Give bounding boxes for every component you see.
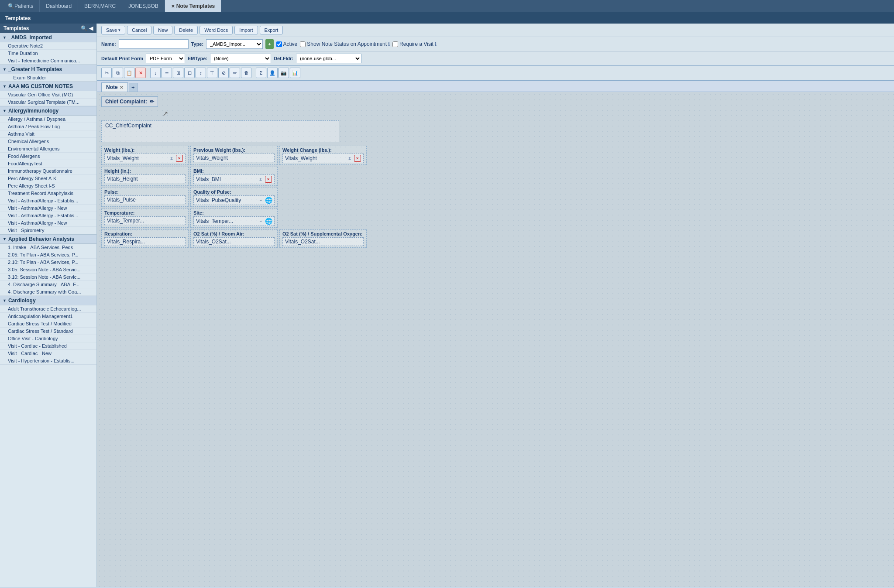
sidebar-item-office-visit-cardiology[interactable]: Office Visit - Cardiology (0, 335, 96, 342)
new-button[interactable]: New (153, 26, 172, 34)
sidebar-item-vascular-gen[interactable]: Vascular Gen Office Visit (MG) (0, 91, 96, 99)
note-editor[interactable]: Chief Complaint: ✏ ↗ CC_ChiefComplaint W… (97, 92, 676, 587)
sidebar-item-immunotherapy[interactable]: Immunotherapy Questionnaire (0, 168, 96, 175)
site-value[interactable]: Vitals_Temper... ··· 🌐 (193, 216, 275, 226)
o2-supplemental-value[interactable]: Vitals_O2Sat... (282, 237, 364, 246)
cancel-button[interactable]: Cancel (127, 26, 151, 34)
def-fldr-select[interactable]: (none-use glob... (296, 54, 361, 63)
tab-note-templates[interactable]: ✕ Note Templates (165, 0, 221, 12)
save-button[interactable]: Save (101, 26, 125, 34)
search-icon[interactable]: 🔍 (81, 25, 87, 31)
sidebar-group-allergy-title[interactable]: ▼ Allergy/Immunology (0, 106, 96, 116)
pulse-value[interactable]: Vitals_Pulse (104, 195, 186, 204)
sidebar-group-greater-h-title[interactable]: ▼ _Greater H Templates (0, 65, 96, 74)
sidebar-item-visit-asthma-estab1[interactable]: Visit - Asthma/Allergy - Establis... (0, 197, 96, 205)
pencil-icon[interactable]: ✏ (150, 99, 154, 105)
sigma-icon-3[interactable]: Σ (257, 176, 264, 183)
x-icon-3[interactable]: ✕ (265, 176, 272, 183)
emtype-select[interactable]: (None) (210, 54, 271, 63)
x-icon-2[interactable]: ✕ (354, 155, 361, 162)
sidebar-item-aba-tx-205[interactable]: 2.05: Tx Plan - ABA Services, P... (0, 251, 96, 259)
sidebar-item-asthma-visit[interactable]: Asthma Visit (0, 130, 96, 138)
sidebar-item-visit-cardiac-estab[interactable]: Visit - Cardiac - Established (0, 342, 96, 350)
active-checkbox[interactable] (276, 41, 282, 47)
sidebar-item-aba-discharge-goal[interactable]: 4. Discharge Summary with Goa... (0, 288, 96, 296)
sidebar-item-food-allergy-test[interactable]: FoodAllergyTest (0, 160, 96, 168)
temp-value[interactable]: Vitals_Temper... (104, 216, 186, 225)
resize-icon-btn[interactable]: ↕ (196, 68, 206, 78)
sidebar-item-perc-ak[interactable]: Perc Allergy Sheet A-K (0, 175, 96, 182)
sidebar-item-visit-asthma-new2[interactable]: Visit - Asthma/Allergy - New (0, 219, 96, 227)
sidebar-item-chemical-allergens[interactable]: Chemical Allergens (0, 138, 96, 145)
camera-icon-btn[interactable]: 📷 (279, 68, 289, 78)
tab-patients[interactable]: 🔍 Patients (2, 0, 40, 12)
word-docs-button[interactable]: Word Docs (199, 26, 233, 34)
sidebar-item-anticoagulation[interactable]: Anticoagulation Management1 (0, 313, 96, 320)
sigma-icon[interactable]: Σ (168, 155, 175, 162)
cut-icon-btn[interactable]: ✂ (101, 68, 112, 78)
sidebar-item-visit-hypertension[interactable]: Visit - Hypertension - Establis... (0, 357, 96, 365)
sigma-icon-2[interactable]: Σ (346, 155, 353, 162)
dots-icon[interactable]: ··· (257, 197, 264, 204)
sidebar-item-cardiac-stress-standard[interactable]: Cardiac Stress Test / Standard (0, 328, 96, 335)
prev-weight-value[interactable]: Vitals_Weight (193, 154, 275, 162)
name-input[interactable] (119, 39, 189, 49)
sidebar-item-visit-telemedicine[interactable]: Visit - Telemedicine Communica... (0, 57, 96, 65)
sidebar-item-cardiac-stress-modified[interactable]: Cardiac Stress Test / Modified (0, 320, 96, 328)
trash-icon-btn[interactable]: 🗑 (241, 68, 251, 78)
default-print-form-select[interactable]: PDF Form (146, 54, 185, 63)
sidebar-item-treatment-record[interactable]: Treatment Record Anaphylaxis (0, 190, 96, 197)
sidebar-item-operative-note2[interactable]: Operative Note2 (0, 42, 96, 50)
type-select[interactable]: _AMDS_Impor... (206, 39, 263, 49)
paste-icon-btn[interactable]: 📋 (124, 68, 134, 78)
delete-button[interactable]: Delete (174, 26, 198, 34)
respiration-value[interactable]: Vitals_Respira... (104, 237, 186, 246)
sidebar-item-allergy-asthma[interactable]: Allergy / Asthma / Dyspnea (0, 116, 96, 123)
sidebar-item-visit-asthma-estab2[interactable]: Visit - Asthma/Allergy - Establis... (0, 212, 96, 219)
sidebar-item-visit-asthma-new1[interactable]: Visit - Asthma/Allergy - New (0, 205, 96, 212)
remove-table-icon-btn[interactable]: ⊟ (184, 68, 195, 78)
dots-icon-2[interactable]: ··· (257, 218, 264, 225)
sidebar-item-aba-session-305[interactable]: 3.05: Session Note - ABA Servic... (0, 266, 96, 273)
height-value[interactable]: Vitals_Height (104, 174, 186, 183)
pulse-quality-value[interactable]: Vitals_PulseQuality ··· 🌐 (193, 195, 275, 205)
x-icon[interactable]: ✕ (176, 155, 183, 162)
note-tab-close[interactable]: ✕ (120, 85, 123, 90)
center-align-icon-btn[interactable]: ⊘ (218, 68, 229, 78)
export-button[interactable]: Export (260, 26, 283, 34)
add-note-tab-button[interactable]: + (129, 83, 138, 92)
tab-dashboard[interactable]: Dashboard (40, 0, 78, 12)
sidebar-item-time-duration[interactable]: Time Duration (0, 50, 96, 57)
sidebar-item-visit-cardiac-new[interactable]: Visit - Cardiac - New (0, 350, 96, 357)
user-icon-btn[interactable]: 👤 (267, 68, 278, 78)
edit-icon-btn[interactable]: ✏ (230, 68, 240, 78)
sidebar-item-aba-discharge[interactable]: 4. Discharge Summary - ABA, F... (0, 281, 96, 288)
sidebar-group-aba-title[interactable]: ▼ Applied Behavior Analysis (0, 235, 96, 244)
sidebar-item-aba-tx-210[interactable]: 2.10: Tx Plan - ABA Services, P... (0, 259, 96, 266)
tab-bern-marc[interactable]: BERN,MARC (78, 0, 122, 12)
globe-icon[interactable]: 🌐 (265, 197, 272, 204)
bmi-value[interactable]: Vitals_BMI Σ ✕ (193, 174, 275, 184)
o2-room-value[interactable]: Vitals_O2Sat... (193, 237, 275, 246)
sidebar-item-environmental-allergens[interactable]: Environmental Allergens (0, 145, 96, 153)
sidebar-group-amds-title[interactable]: ▼ _AMDS_Imported (0, 33, 96, 42)
delete-icon-btn[interactable]: ✕ (135, 68, 146, 78)
sidebar-group-aaa-mg-title[interactable]: ▼ AAA MG CUSTOM NOTES (0, 82, 96, 91)
import-button[interactable]: Import (234, 26, 258, 34)
sidebar-item-visit-spirometry[interactable]: Visit - Spirometry (0, 227, 96, 234)
sidebar-item-perc-is[interactable]: Perc Allergy Sheet I-S (0, 182, 96, 190)
add-type-button[interactable]: + (265, 39, 273, 49)
collapse-icon[interactable]: ◀ (89, 25, 93, 31)
tab-jones-bob[interactable]: JONES,BOB (122, 0, 165, 12)
sidebar-item-vascular-surgical[interactable]: Vascular Surgical Template (TM... (0, 99, 96, 106)
sidebar-group-cardiology-title[interactable]: ▼ Cardiology (0, 296, 96, 305)
show-note-status-checkbox[interactable] (300, 41, 306, 47)
weight-value[interactable]: Vitals_Weight Σ ✕ (104, 154, 186, 163)
top-align-icon-btn[interactable]: ⊤ (207, 68, 217, 78)
sigma-icon-btn[interactable]: Σ (256, 68, 266, 78)
table-icon-btn[interactable]: ⊞ (173, 68, 183, 78)
sidebar-item-echo[interactable]: Adult Transthoracic Echocardiog... (0, 305, 96, 313)
sidebar-item-exam-shoulder[interactable]: __Exam Shoulder (0, 74, 96, 82)
close-icon[interactable]: ✕ (171, 4, 175, 9)
tab-note[interactable]: Note ✕ (101, 82, 128, 92)
